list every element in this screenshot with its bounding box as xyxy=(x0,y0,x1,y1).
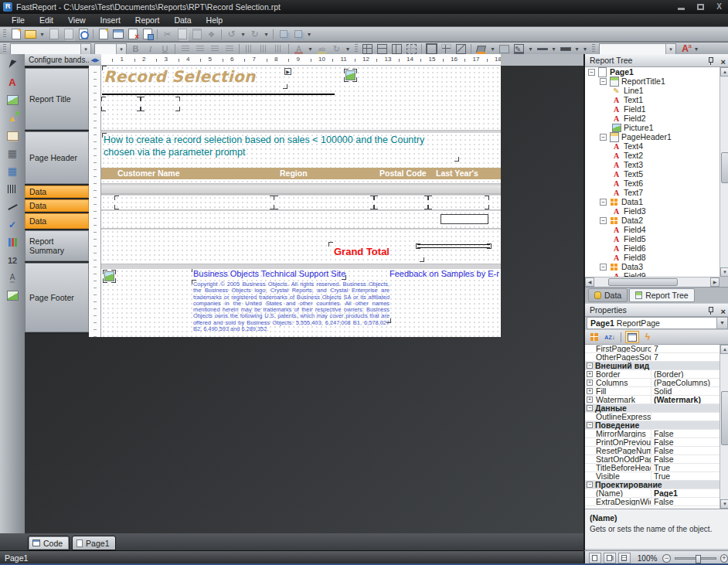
property-value[interactable]: Page1 xyxy=(651,489,719,497)
data-row-object[interactable] xyxy=(101,185,501,194)
tree-item-text1[interactable]: Text1 xyxy=(585,95,719,104)
total-field-object[interactable] xyxy=(417,244,490,248)
chevron-down-icon[interactable]: ▾ xyxy=(665,44,675,54)
menu-file[interactable]: File xyxy=(5,15,32,25)
pin-icon[interactable] xyxy=(706,57,714,65)
field-object[interactable] xyxy=(375,197,427,208)
band-label-data[interactable]: Data xyxy=(25,185,89,198)
band-splitter[interactable]: ◀▶ xyxy=(89,54,101,66)
tree-expander-icon[interactable]: − xyxy=(600,78,607,85)
events-view-icon[interactable] xyxy=(641,331,655,343)
property-value[interactable]: (Watermark) xyxy=(651,396,719,403)
align-justify-icon[interactable] xyxy=(223,43,236,55)
align-left-icon[interactable] xyxy=(179,43,192,55)
caret-icon[interactable] xyxy=(550,43,557,55)
menu-report[interactable]: Report xyxy=(128,15,168,25)
line-color-icon[interactable] xyxy=(512,43,526,55)
zoom-out-icon[interactable]: − xyxy=(662,554,670,563)
tree-expander-icon[interactable]: − xyxy=(588,69,595,76)
scroll-left-icon[interactable]: ◀ xyxy=(585,277,594,287)
tree-item-page1[interactable]: −Page1 xyxy=(585,67,719,77)
tree-expander-icon[interactable]: − xyxy=(600,217,607,224)
column-header[interactable]: Last Year's xyxy=(436,168,478,178)
tree-vertical-scrollbar[interactable]: ▲ ▼ xyxy=(719,67,728,277)
tree-item-field1[interactable]: Field1 xyxy=(585,104,719,114)
tree-item-field6[interactable]: Field6 xyxy=(585,243,719,253)
tree-item-field8[interactable]: Field8 xyxy=(585,253,719,262)
toolbar-grip[interactable] xyxy=(592,44,595,53)
properties-vertical-scrollbar[interactable]: ▲ ▼ xyxy=(719,345,728,509)
save-all-icon[interactable] xyxy=(62,28,75,40)
border-horiz-icon[interactable] xyxy=(376,43,389,55)
property-row[interactable]: TitleBeforeHeaderTrue xyxy=(585,464,719,472)
line-style-icon[interactable] xyxy=(536,43,549,55)
matrix-tool-icon[interactable] xyxy=(3,162,22,180)
tree-item-field3[interactable]: Field3 xyxy=(585,206,719,216)
scrollbar-thumb[interactable] xyxy=(721,391,728,445)
align-bottom-icon[interactable] xyxy=(272,43,285,55)
polyline-tool-icon[interactable] xyxy=(3,198,22,216)
tree-expander-icon[interactable]: − xyxy=(600,134,607,141)
border-outline-icon[interactable] xyxy=(425,43,438,55)
property-row[interactable]: +FillSolid xyxy=(585,387,719,396)
scroll-up-icon[interactable]: ▲ xyxy=(720,67,728,77)
property-row[interactable]: PrintOnPreviousPageFalse xyxy=(585,438,719,447)
single-page-view-icon[interactable] xyxy=(589,553,601,563)
property-row[interactable]: +Columns(PageColumns) xyxy=(585,379,719,387)
italic-icon[interactable] xyxy=(144,43,157,55)
property-value[interactable]: False xyxy=(651,447,719,454)
caret-icon[interactable] xyxy=(240,28,247,40)
property-value[interactable]: False xyxy=(651,430,719,437)
description-text-object[interactable]: How to create a record selection based o… xyxy=(104,134,458,160)
property-row[interactable]: +Watermark(Watermark) xyxy=(585,396,719,404)
scroll-down-icon[interactable]: ▼ xyxy=(720,499,728,509)
properties-view-icon[interactable] xyxy=(625,331,639,343)
scroll-right-icon[interactable]: ▶ xyxy=(710,277,719,287)
page-setup-icon[interactable] xyxy=(141,28,154,40)
property-value[interactable]: 7 xyxy=(651,353,719,361)
align-center-icon[interactable] xyxy=(193,43,206,55)
undo-icon[interactable] xyxy=(225,28,238,40)
picture-tool-icon[interactable] xyxy=(3,91,22,109)
cut-icon[interactable] xyxy=(161,28,174,40)
property-category[interactable]: −Внешний вид xyxy=(585,362,719,370)
band-data3-area[interactable] xyxy=(101,211,501,228)
font-name-combo[interactable]: ▾ xyxy=(10,43,91,55)
new-icon[interactable] xyxy=(9,28,22,40)
band-label-report-title[interactable]: Report Title xyxy=(25,68,89,130)
band-label-page-footer[interactable]: Page Footer xyxy=(25,263,89,332)
minimize-button[interactable] xyxy=(678,4,685,10)
new-dialog-icon[interactable] xyxy=(111,28,124,40)
property-category[interactable]: −Данные xyxy=(585,404,719,413)
property-row[interactable]: +Border(Border) xyxy=(585,370,719,379)
menu-insert[interactable]: Insert xyxy=(94,15,128,25)
border-diagonal-icon[interactable] xyxy=(454,43,468,55)
save-icon[interactable] xyxy=(47,28,60,40)
new-page-icon[interactable] xyxy=(97,28,110,40)
table-tool-icon[interactable] xyxy=(3,145,22,162)
redo-icon[interactable] xyxy=(248,28,261,40)
band-label-data[interactable]: Data xyxy=(25,213,89,229)
toolbar-overflow-icon[interactable]: ▾ xyxy=(344,46,352,53)
property-value[interactable]: 7 xyxy=(651,345,719,352)
category-collapse-icon[interactable]: − xyxy=(587,422,593,428)
bring-front-icon[interactable] xyxy=(277,28,290,40)
style-editor-icon[interactable] xyxy=(679,43,692,55)
tree-expander-icon[interactable]: − xyxy=(600,264,607,271)
continuous-view-icon[interactable] xyxy=(618,553,631,563)
band-page-footer-area[interactable]: Business Objects Technical Support Site … xyxy=(101,269,501,337)
tree-item-text6[interactable]: Text6 xyxy=(585,179,719,188)
chevron-down-icon[interactable]: ▼ xyxy=(716,318,727,328)
property-row[interactable]: ExtraDesignWidthFalse xyxy=(585,498,719,506)
tab-page1[interactable]: Page1 xyxy=(72,536,116,550)
border-all-icon[interactable] xyxy=(361,43,374,55)
send-back-icon[interactable] xyxy=(291,28,304,40)
tab-data[interactable]: Data xyxy=(588,288,628,302)
digits-tool-icon[interactable] xyxy=(3,251,22,269)
column-header[interactable]: Postal Code xyxy=(379,168,427,178)
caret-icon[interactable] xyxy=(307,43,314,55)
caret-icon[interactable] xyxy=(489,43,496,55)
report-title-text-object[interactable]: Record Selection xyxy=(104,67,286,87)
object-expand-marker[interactable]: ▶ xyxy=(284,68,291,75)
close-icon[interactable]: × xyxy=(721,56,726,68)
